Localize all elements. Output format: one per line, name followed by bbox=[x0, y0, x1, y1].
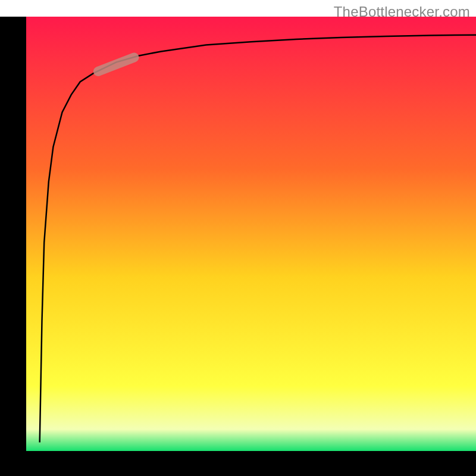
y-axis-bar bbox=[0, 17, 26, 457]
plot-area bbox=[26, 17, 476, 451]
gradient-bg bbox=[26, 17, 476, 451]
chart-canvas: TheBottlenecker.com bbox=[0, 0, 476, 476]
chart-svg bbox=[26, 17, 476, 451]
x-axis-bar bbox=[0, 451, 476, 476]
